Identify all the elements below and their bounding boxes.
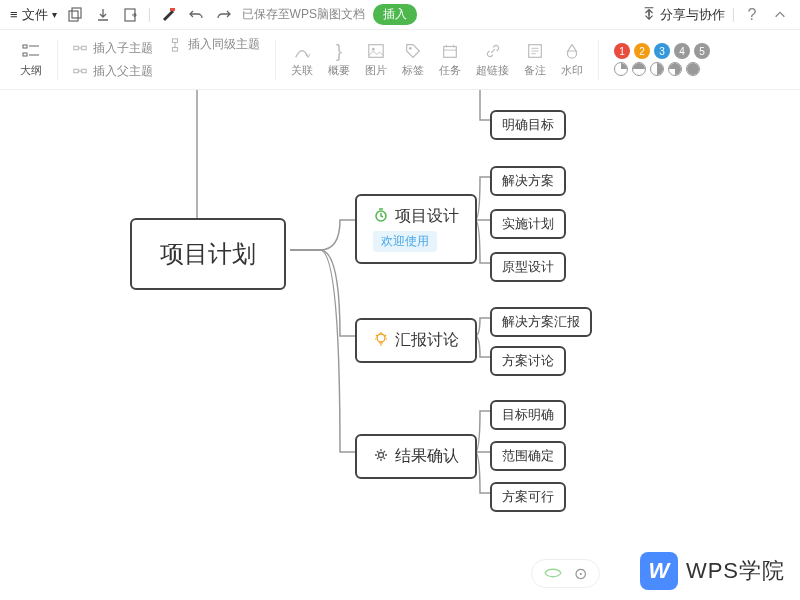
mindmap-root-node[interactable]: 项目计划 (130, 218, 286, 290)
insert-parent-button[interactable]: 插入父主题 (73, 63, 153, 80)
mindmap-leaf-node[interactable]: 解决方案 (490, 166, 566, 196)
wps-watermark: W WPS学院 (640, 552, 785, 590)
svg-rect-9 (82, 69, 86, 73)
mindmap-leaf-node[interactable]: 实施计划 (490, 209, 566, 239)
share-icon (642, 6, 656, 23)
mindmap-leaf-node[interactable]: 原型设计 (490, 252, 566, 282)
svg-point-14 (409, 47, 412, 50)
image-icon (366, 41, 386, 61)
clock-icon (373, 207, 389, 227)
svg-rect-15 (444, 47, 457, 58)
priority-3-badge[interactable]: 3 (654, 43, 670, 59)
summary-button[interactable]: } 概要 (328, 41, 350, 78)
download-icon[interactable] (93, 5, 113, 25)
insert-sibling-button[interactable]: 插入同级主题 (168, 36, 260, 53)
insert-tab-button[interactable]: 插入 (373, 4, 417, 25)
svg-rect-5 (23, 53, 27, 56)
insert-child-button[interactable]: 插入子主题 (73, 40, 153, 57)
mindmap-leaf-node[interactable]: 明确目标 (490, 110, 566, 140)
mindmap-canvas[interactable]: 项目计划 明确目标 项目设计 欢迎使用 解决方案 实施计划 原型设计 汇报讨论 … (0, 90, 800, 600)
tag-icon (403, 41, 423, 61)
progress-50-icon[interactable] (650, 62, 664, 76)
export-icon[interactable] (121, 5, 141, 25)
mindmap-branch-node[interactable]: 汇报讨论 (355, 318, 477, 363)
svg-rect-4 (23, 45, 27, 48)
priority-4-badge[interactable]: 4 (674, 43, 690, 59)
svg-rect-6 (74, 46, 78, 50)
link-icon (483, 41, 503, 61)
bottom-view-controls: ⊙ (531, 559, 600, 588)
svg-rect-1 (72, 8, 81, 18)
mindmap-leaf-node[interactable]: 范围确定 (490, 441, 566, 471)
file-menu[interactable]: ≡ 文件 ▾ (10, 6, 57, 24)
redo-icon[interactable] (214, 5, 234, 25)
mindmap-leaf-node[interactable]: 方案讨论 (490, 346, 566, 376)
gear-icon (373, 447, 389, 467)
brush-icon[interactable] (158, 5, 178, 25)
relation-button[interactable]: 关联 (291, 41, 313, 78)
welcome-tag: 欢迎使用 (373, 231, 437, 252)
svg-rect-12 (369, 45, 383, 58)
share-button[interactable]: 分享与协作 (642, 6, 725, 24)
watermark-icon (562, 41, 582, 61)
outline-button[interactable]: 大纲 (20, 41, 42, 78)
svg-point-19 (379, 452, 384, 457)
relation-icon (292, 41, 312, 61)
collapse-icon[interactable] (770, 5, 790, 25)
svg-point-18 (377, 334, 385, 342)
svg-rect-3 (170, 8, 175, 11)
task-icon (440, 41, 460, 61)
save-status: 已保存至WPS脑图文档 (242, 6, 365, 23)
mindmap-leaf-node[interactable]: 方案可行 (490, 482, 566, 512)
target-icon[interactable]: ⊙ (574, 564, 587, 583)
mindmap-branch-node[interactable]: 项目设计 欢迎使用 (355, 194, 477, 264)
lightbulb-icon (373, 331, 389, 351)
svg-rect-10 (172, 38, 177, 42)
svg-rect-11 (172, 47, 177, 51)
outline-icon (21, 41, 41, 61)
tag-button[interactable]: 标签 (402, 41, 424, 78)
note-button[interactable]: 备注 (524, 41, 546, 78)
progress-100-icon[interactable] (686, 62, 700, 76)
mindmap-leaf-node[interactable]: 解决方案汇报 (490, 307, 592, 337)
priority-1-badge[interactable]: 1 (614, 43, 630, 59)
mindmap-branch-node[interactable]: 结果确认 (355, 434, 477, 479)
help-icon[interactable]: ? (742, 5, 762, 25)
progress-75-icon[interactable] (668, 62, 682, 76)
undo-icon[interactable] (186, 5, 206, 25)
progress-25-icon[interactable] (632, 62, 646, 76)
svg-point-13 (372, 48, 375, 51)
watermark-button[interactable]: 水印 (561, 41, 583, 78)
eye-icon[interactable] (544, 565, 562, 583)
chevron-down-icon: ▾ (52, 9, 57, 20)
svg-rect-7 (82, 46, 86, 50)
priority-5-badge[interactable]: 5 (694, 43, 710, 59)
hyperlink-button[interactable]: 超链接 (476, 41, 509, 78)
svg-rect-8 (74, 69, 78, 73)
hamburger-icon: ≡ (10, 7, 18, 22)
wps-logo-icon: W (640, 552, 678, 590)
image-button[interactable]: 图片 (365, 41, 387, 78)
svg-rect-0 (69, 11, 78, 21)
progress-0-icon[interactable] (614, 62, 628, 76)
note-icon (525, 41, 545, 61)
priority-2-badge[interactable]: 2 (634, 43, 650, 59)
mindmap-leaf-node[interactable]: 目标明确 (490, 400, 566, 430)
copy-icon[interactable] (65, 5, 85, 25)
task-button[interactable]: 任务 (439, 41, 461, 78)
summary-icon: } (329, 41, 349, 61)
